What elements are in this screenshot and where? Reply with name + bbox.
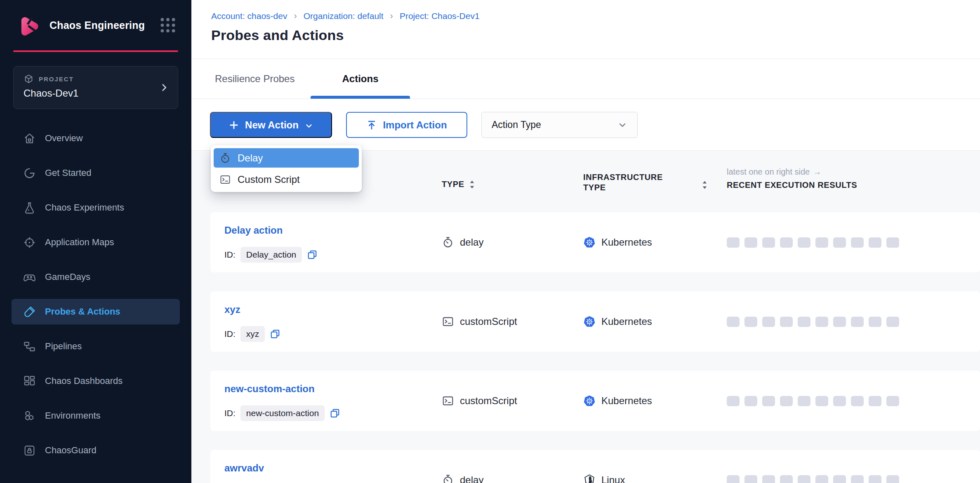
breadcrumb-organization[interactable]: Organization: default (304, 11, 384, 21)
action-type-filter-label: Action Type (492, 119, 541, 130)
execution-result-placeholder (727, 237, 740, 248)
copy-icon[interactable] (307, 249, 318, 260)
sidebar-item-gamedays[interactable]: GameDays (12, 264, 180, 290)
sidebar-nav: Overview Get Started Chaos Experiments A… (12, 125, 180, 472)
column-header-type: TYPE (442, 180, 475, 189)
execution-result-placeholder (815, 475, 828, 483)
action-type-value: customScript (460, 316, 517, 327)
sidebar-item-label: Chaos Dashboards (45, 376, 122, 386)
harness-chaos-logo-icon (18, 13, 40, 37)
sidebar-item-label: Overview (45, 133, 83, 144)
execution-results-strip (727, 475, 899, 483)
chevron-down-icon (617, 120, 627, 130)
sidebar-item-label: Get Started (45, 168, 92, 178)
action-type-filter[interactable]: Action Type (481, 112, 638, 138)
chevron-right-icon (159, 82, 170, 93)
action-name-link[interactable]: xyz (224, 304, 240, 315)
execution-result-placeholder (762, 237, 775, 248)
chaos-engineering-app: Chaos Engineering PROJECT Chaos-Dev1 Ove… (0, 0, 980, 483)
execution-result-placeholder (815, 396, 828, 406)
cube-icon (24, 74, 34, 84)
execution-result-placeholder (833, 475, 846, 483)
sidebar-item-label: Pipelines (45, 341, 82, 352)
execution-result-placeholder (727, 317, 740, 327)
execution-result-placeholder (798, 237, 810, 248)
execution-result-placeholder (780, 317, 793, 327)
new-action-dropdown-menu: Delay Custom Script (211, 145, 362, 192)
action-type-cell: customScript (442, 371, 517, 431)
new-action-button[interactable]: New Action (210, 112, 332, 138)
home-icon (23, 132, 36, 145)
execution-result-placeholder (886, 475, 899, 483)
sidebar-item-label: Environments (45, 410, 101, 421)
execution-result-placeholder (798, 475, 810, 483)
kubernetes-icon (583, 236, 596, 249)
module-grid-icon[interactable] (158, 16, 177, 35)
action-name-link[interactable]: new-custom-action (224, 383, 315, 395)
copy-icon[interactable] (330, 408, 340, 419)
sidebar-item-get-started[interactable]: Get Started (12, 160, 180, 186)
infrastructure-cell: Kubernetes (583, 212, 652, 272)
execution-result-placeholder (815, 317, 828, 327)
column-header-recent-results: RECENT EXECUTION RESULTS (727, 180, 857, 190)
project-selector-header: PROJECT (24, 74, 168, 84)
sidebar-item-probes-actions[interactable]: Probes & Actions (12, 299, 180, 324)
execution-results-strip (727, 237, 899, 248)
active-tab-underline (311, 96, 410, 99)
terminal-icon (219, 174, 231, 185)
menu-item-delay[interactable]: Delay (214, 148, 359, 168)
sidebar-item-environments[interactable]: Environments (12, 403, 180, 429)
id-label: ID: (224, 250, 236, 260)
sidebar-item-label: GameDays (45, 272, 90, 282)
action-type-cell: delay (442, 450, 483, 483)
execution-result-placeholder (833, 396, 846, 406)
menu-item-custom-script[interactable]: Custom Script (214, 170, 359, 189)
action-id-value: Delay_action (240, 247, 302, 263)
upload-icon (366, 120, 377, 130)
table-row: Delay action ID: Delay_action delay Kube… (210, 212, 980, 272)
execution-result-placeholder (744, 237, 757, 248)
recent-results-cell (727, 291, 899, 352)
sidebar-item-chaosguard[interactable]: ChaosGuard (12, 438, 180, 463)
sort-icon[interactable] (469, 180, 475, 189)
flask-icon (23, 201, 36, 214)
sidebar-item-chaos-experiments[interactable]: Chaos Experiments (12, 195, 180, 220)
action-type-value: delay (460, 237, 483, 248)
action-name-link[interactable]: Delay action (224, 225, 283, 236)
page-title: Probes and Actions (211, 27, 344, 43)
sidebar-item-application-maps[interactable]: Application Maps (12, 230, 180, 255)
sidebar-item-chaos-dashboards[interactable]: Chaos Dashboards (12, 368, 180, 394)
plus-icon (229, 120, 239, 130)
project-name: Chaos-Dev1 (24, 88, 168, 99)
linux-icon (583, 474, 596, 483)
recent-results-cell (727, 212, 899, 272)
tab-actions[interactable]: Actions (311, 59, 410, 99)
import-action-button[interactable]: Import Action (346, 112, 467, 138)
execution-result-placeholder (851, 317, 864, 327)
sidebar-item-pipelines[interactable]: Pipelines (12, 334, 180, 359)
infrastructure-value: Kubernetes (601, 316, 652, 327)
actions-table: TYPE INFRASTRUCTURE TYPE latest one on r… (191, 151, 980, 483)
execution-results-strip (727, 396, 899, 406)
breadcrumb-account[interactable]: Account: chaos-dev (211, 11, 287, 21)
tab-resilience-probes[interactable]: Resilience Probes (215, 59, 294, 99)
id-label: ID: (224, 408, 236, 418)
copy-icon[interactable] (270, 329, 280, 339)
hint-text: latest one on right side (727, 167, 810, 177)
main-content: Account: chaos-dev › Organization: defau… (191, 0, 980, 483)
execution-result-placeholder (869, 396, 881, 406)
table-row: xyz ID: xyz customScript Kubernetes (210, 291, 980, 352)
project-selector[interactable]: PROJECT Chaos-Dev1 (13, 66, 178, 109)
action-name-link[interactable]: awrvadv (224, 462, 264, 474)
recent-results-cell (727, 371, 899, 431)
sidebar-item-overview[interactable]: Overview (12, 125, 180, 151)
breadcrumb-project[interactable]: Project: Chaos-Dev1 (400, 11, 480, 21)
breadcrumb-separator: › (390, 11, 393, 21)
action-id-value: xyz (240, 326, 265, 342)
action-id-line: ID: xyz (224, 326, 280, 342)
sort-icon[interactable] (702, 180, 707, 189)
execution-result-placeholder (798, 317, 810, 327)
tab-bar: Resilience Probes Actions (191, 59, 980, 99)
execution-result-placeholder (886, 396, 899, 406)
execution-result-placeholder (833, 237, 846, 248)
